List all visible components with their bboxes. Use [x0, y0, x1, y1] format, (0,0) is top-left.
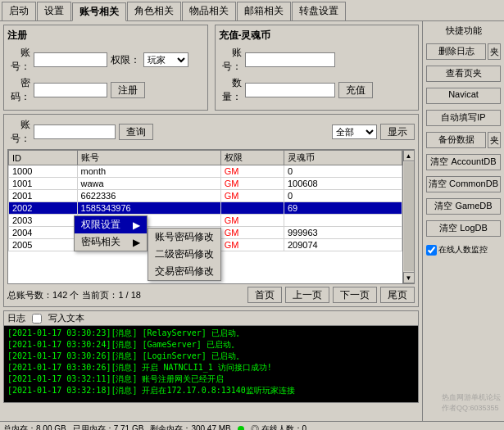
view-page-button[interactable]: 查看页夹: [426, 66, 501, 82]
tab-startup[interactable]: 启动: [2, 2, 36, 20]
log-line: [2021-01-17 03:32:18][消息] 开启在172.17.0.8:…: [7, 385, 415, 396]
context-submenu: 账号密码修改 二级密码修改 交易密码修改: [148, 228, 221, 281]
table-row[interactable]: 2003qwqwGM: [9, 215, 414, 227]
account-controls: 账号： 查询 全部 玩家 GM 显示: [7, 118, 415, 146]
cell-account: month: [77, 165, 220, 178]
last-page-button[interactable]: 尾页: [380, 287, 415, 303]
table-row[interactable]: 1000monthGM0: [9, 165, 414, 178]
quick-panel-title: 快捷功能: [426, 25, 501, 37]
table-row[interactable]: 2002158534397669: [9, 202, 414, 215]
quick-btn-logdb: 清空 LogDB: [426, 220, 501, 237]
first-page-button[interactable]: 首页: [247, 287, 282, 303]
register-password-label: 密码：: [7, 76, 30, 104]
submenu-item-trade-password[interactable]: 交易密码修改: [148, 263, 220, 280]
log-title: 日志: [7, 312, 25, 324]
recharge-section: 充值-灵魂币 账号： 数量： 充值: [215, 25, 420, 111]
autofill-button[interactable]: 自动填写IP: [426, 110, 501, 126]
clear-gamedb-button[interactable]: 清空 GameDB: [426, 198, 501, 215]
recharge-button[interactable]: 充值: [338, 82, 373, 98]
recharge-quantity-input[interactable]: [245, 83, 335, 97]
submenu-item-account-password[interactable]: 账号密码修改: [148, 229, 220, 246]
register-title: 注册: [7, 29, 204, 43]
account-search-input[interactable]: [34, 124, 116, 139]
clear-logdb-button[interactable]: 清空 LogDB: [426, 220, 501, 237]
top-sections: 注册 账号： 权限： 玩家 GM 密码： 注册 充值: [3, 25, 419, 111]
clear-accountdb-button[interactable]: 清空 AccountDB: [426, 154, 501, 170]
next-page-button[interactable]: 下一页: [333, 287, 377, 303]
context-menu-item-password[interactable]: 密码相关 ▶: [75, 233, 147, 251]
register-permission-select[interactable]: 玩家 GM: [143, 52, 188, 67]
cell-currency: 209074: [284, 239, 402, 251]
query-button[interactable]: 查询: [119, 124, 153, 140]
register-password-input[interactable]: [34, 83, 107, 97]
scroll-down-arrow[interactable]: ▼: [403, 272, 415, 283]
register-account-label: 账号：: [7, 46, 30, 74]
cell-permission: GM: [220, 227, 284, 239]
table-row[interactable]: 1001wawaGM100608: [9, 178, 414, 190]
col-permission: 权限: [220, 151, 284, 165]
cell-currency: 100608: [284, 178, 402, 190]
tab-role[interactable]: 角色相关: [127, 2, 181, 20]
log-area: [2021-01-17 03:30:23][消息] [RelayServer] …: [3, 325, 419, 403]
quick-btn-navicat: Navicat: [426, 88, 501, 104]
free-memory: 剩余内存：300.47 MB: [150, 423, 230, 431]
cell-currency: [284, 215, 402, 227]
context-menu: 权限设置 ▶ 密码相关 ▶ 账号密码修改 二级密码修改 交易密码修改: [74, 215, 148, 251]
account-table-container: ID 账号 权限 灵魂币 1000monthGM01001wawaGM10060…: [7, 149, 415, 284]
quick-btn-accountdb: 清空 AccountDB: [426, 154, 501, 170]
scroll-thumb[interactable]: [404, 162, 414, 271]
tab-items[interactable]: 物品相关: [182, 2, 236, 20]
register-password-row: 密码： 注册: [7, 76, 204, 104]
write-text-checkbox[interactable]: [32, 314, 42, 324]
current-page: 当前页：1 / 18: [82, 289, 141, 301]
tab-account[interactable]: 账号相关: [72, 2, 126, 21]
filter-select[interactable]: 全部 玩家 GM: [332, 124, 377, 139]
quick-btn-autofill: 自动填写IP: [426, 110, 501, 126]
pagination: 总账号数：142 个 当前页：1 / 18 首页 上一页 下一页 尾页: [7, 287, 415, 303]
quick-btn-gamedb: 清空 GameDB: [426, 198, 501, 215]
online-monitor-checkbox[interactable]: [426, 245, 437, 256]
cell-id: 1000: [9, 165, 78, 178]
navicat-button[interactable]: Navicat: [426, 88, 501, 104]
recharge-account-row: 账号：: [219, 46, 415, 74]
context-menu-item-permission[interactable]: 权限设置 ▶: [75, 216, 147, 233]
backup-close-btn[interactable]: 夹: [488, 132, 501, 148]
account-table-label: 账号：: [7, 118, 30, 146]
cell-id: 2004: [9, 227, 78, 239]
register-permission-label: 权限：: [111, 53, 140, 67]
quick-btn-delete-log: 删除日志 夹: [426, 43, 501, 60]
prev-page-button[interactable]: 上一页: [285, 287, 329, 303]
col-currency: 灵魂币: [284, 151, 402, 165]
total-memory: 总内存：8.00 GB: [3, 423, 66, 431]
cell-currency: 69: [284, 202, 402, 215]
log-line: [2021-01-17 03:30:26][消息] 开启 NATNCLI1_1 …: [7, 362, 415, 373]
tab-wheel[interactable]: 转盘设置: [292, 2, 346, 20]
online-count: ◎ 在线人数：0: [251, 423, 306, 431]
recharge-account-input[interactable]: [245, 52, 335, 67]
clear-commondb-button[interactable]: 清空 CommonDB: [426, 176, 501, 192]
cell-permission: GM: [220, 178, 284, 190]
submenu-item-secondary-password[interactable]: 二级密码修改: [148, 246, 220, 263]
recharge-quantity-row: 数量： 充值: [219, 76, 415, 104]
table-row[interactable]: 20016622336GM0: [9, 190, 414, 202]
delete-log-button[interactable]: 删除日志: [426, 43, 486, 60]
cell-permission: GM: [220, 165, 284, 178]
register-account-input[interactable]: [34, 52, 107, 67]
register-account-row: 账号： 权限： 玩家 GM: [7, 46, 204, 74]
show-button[interactable]: 显示: [380, 124, 415, 140]
tab-settings[interactable]: 设置: [37, 2, 71, 20]
status-bar: 总内存：8.00 GB 已用内存：7.71 GB 剩余内存：300.47 MB …: [0, 421, 504, 430]
cell-account: 6622336: [77, 190, 220, 202]
delete-log-close-btn[interactable]: 夹: [488, 43, 501, 60]
register-button[interactable]: 注册: [111, 82, 145, 98]
table-scrollbar[interactable]: ▲ ▼: [402, 150, 414, 283]
right-panel: 快捷功能 删除日志 夹 查看页夹 Navicat 自动填写IP 备份数据 夹 清…: [422, 21, 504, 421]
log-line: [2021-01-17 03:30:26][消息] [LoginServer] …: [7, 351, 415, 362]
backup-button[interactable]: 备份数据: [426, 132, 486, 148]
log-line: [2021-01-17 03:30:23][消息] [RelayServer] …: [7, 328, 415, 339]
scroll-up-arrow[interactable]: ▲: [403, 150, 415, 161]
account-table-section: 账号： 查询 全部 玩家 GM 显示 ID 账号: [3, 114, 419, 307]
online-status-dot: [238, 426, 244, 431]
used-memory: 已用内存：7.71 GB: [73, 423, 144, 431]
tab-mail[interactable]: 邮箱相关: [237, 2, 291, 20]
